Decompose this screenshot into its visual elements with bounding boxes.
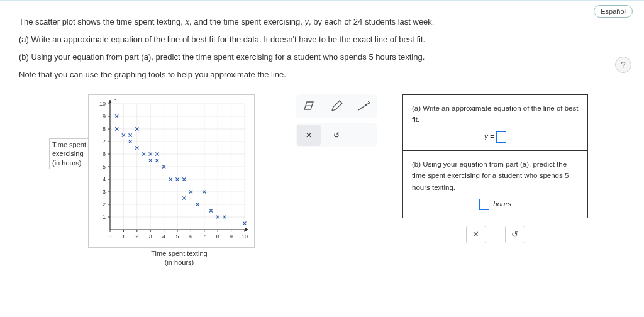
language-button[interactable]: Español xyxy=(594,5,633,18)
svg-text:6: 6 xyxy=(189,233,192,240)
svg-text:10: 10 xyxy=(99,101,106,107)
part-b-prompt: (b) Using your equation from part (a), p… xyxy=(412,158,579,193)
x-axis-label: Time spent texting (in hours) xyxy=(88,249,270,267)
svg-text:1: 1 xyxy=(122,233,125,240)
svg-point-116 xyxy=(362,107,364,109)
answer-panel: (a) Write an approximate equation of the… xyxy=(402,94,588,218)
graphing-tools: ✕ ↺ xyxy=(296,94,377,147)
svg-text:0: 0 xyxy=(108,233,111,240)
svg-text:5: 5 xyxy=(175,233,179,240)
svg-text:7: 7 xyxy=(103,138,106,145)
hours-label: hours xyxy=(493,200,511,208)
clear-answer-button[interactable]: ✕ xyxy=(466,226,486,243)
svg-text:6: 6 xyxy=(103,151,106,157)
help-button[interactable]: ? xyxy=(615,57,631,73)
svg-text:3: 3 xyxy=(149,233,152,240)
part-a-prompt: (a) Write an approximate equation of the… xyxy=(412,103,579,126)
svg-text:8: 8 xyxy=(103,126,106,132)
svg-text:2: 2 xyxy=(103,201,106,208)
line-tool[interactable] xyxy=(352,96,376,117)
reset-icon: ↺ xyxy=(333,131,340,140)
problem-intro: The scatter plot shows the time spent te… xyxy=(19,14,625,83)
part-b-text: (b) Using your equation from part (a), p… xyxy=(19,49,625,65)
svg-text:4: 4 xyxy=(162,233,165,240)
scatter-chart[interactable]: 01234567891012345678910y xyxy=(92,99,250,243)
x-axis-label-line: Time spent texting xyxy=(88,249,270,258)
svg-text:y: y xyxy=(114,99,119,100)
intro-text: , by each of 24 students last week. xyxy=(309,17,434,26)
svg-text:10: 10 xyxy=(242,233,248,240)
svg-text:7: 7 xyxy=(203,233,206,240)
svg-text:9: 9 xyxy=(103,113,106,120)
scatter-plot-area: Time spent exercising (in hours) 0123456… xyxy=(19,94,270,267)
reset-tool[interactable]: ↺ xyxy=(325,125,348,146)
cancel-tool[interactable]: ✕ xyxy=(297,125,321,146)
pencil-tool[interactable] xyxy=(325,96,348,117)
svg-text:4: 4 xyxy=(103,176,106,182)
y-axis-label-line: exercising xyxy=(52,149,86,158)
equation-input[interactable] xyxy=(496,131,506,143)
note-text: Note that you can use the graphing tools… xyxy=(19,67,625,83)
reset-icon: ↺ xyxy=(511,230,518,239)
svg-text:2: 2 xyxy=(135,233,138,240)
svg-text:1: 1 xyxy=(103,214,106,220)
part-a-text: (a) Write an approximate equation of the… xyxy=(19,31,625,48)
intro-text: The scatter plot shows the time spent te… xyxy=(19,17,185,26)
svg-text:3: 3 xyxy=(103,189,106,195)
svg-text:5: 5 xyxy=(103,164,106,170)
svg-text:8: 8 xyxy=(216,233,219,240)
hours-input[interactable] xyxy=(479,199,489,210)
svg-point-117 xyxy=(365,104,367,106)
svg-line-115 xyxy=(358,103,370,110)
eraser-tool[interactable] xyxy=(297,96,321,117)
y-axis-label-line: Time spent xyxy=(52,140,86,149)
y-axis-label: Time spent exercising (in hours) xyxy=(49,138,89,169)
y-axis-label-line: (in hours) xyxy=(52,158,86,167)
reset-answer-button[interactable]: ↺ xyxy=(505,226,525,243)
svg-text:9: 9 xyxy=(230,233,233,240)
y-equals-label: y = xyxy=(484,133,494,140)
x-icon: ✕ xyxy=(306,131,312,140)
x-axis-label-line: (in hours) xyxy=(88,258,270,267)
x-icon: ✕ xyxy=(472,230,479,239)
intro-text: , and the time spent exercising, xyxy=(189,17,305,26)
